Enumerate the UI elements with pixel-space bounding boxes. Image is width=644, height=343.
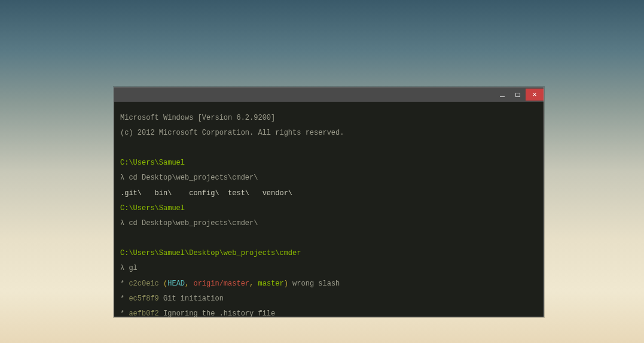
commit-msg: wrong slash — [288, 280, 340, 288]
prompt-symbol: λ — [120, 174, 129, 182]
commit-hash: ec5f8f9 — [129, 295, 158, 303]
command-text: cd Desktop\web_projects\cmder\ — [129, 174, 258, 182]
commit-row: * aefb0f2 Ignoring the .history file — [120, 310, 538, 317]
prompt-path: C:\Users\Samuel\Desktop\web_projects\cmd… — [120, 249, 301, 257]
directory-listing: .git\ bin\ config\ test\ vendor\ — [120, 189, 292, 198]
command-text: cd Desktop\web_projects\cmder\ — [129, 219, 258, 227]
commit-hash: aefb0f2 — [129, 309, 158, 317]
titlebar[interactable]: ✕ — [114, 87, 544, 102]
commit-hash: c2c0e1c — [129, 280, 158, 288]
close-icon: ✕ — [533, 92, 537, 98]
maximize-icon — [515, 93, 520, 97]
header-line: Microsoft Windows [Version 6.2.9200] — [120, 114, 275, 122]
terminal-body[interactable]: Microsoft Windows [Version 6.2.9200] (c)… — [114, 102, 544, 317]
command-text: gl — [129, 264, 137, 272]
prompt-path: C:\Users\Samuel — [120, 159, 185, 167]
copyright-line: (c) 2012 Microsoft Corporation. All righ… — [120, 129, 344, 137]
minimize-button[interactable] — [495, 89, 510, 101]
maximize-button[interactable] — [510, 89, 526, 101]
commit-row: * c2c0e1c (HEAD, origin/master, master) … — [120, 280, 538, 288]
ref-head: HEAD — [167, 280, 185, 288]
ref-master: master — [258, 280, 283, 288]
commit-msg: Ignoring the .history file — [159, 309, 275, 317]
prompt-path: C:\Users\Samuel — [120, 204, 185, 213]
ref-origin: origin/master — [193, 280, 249, 288]
prompt-symbol: λ — [120, 264, 129, 272]
prompt-symbol: λ — [120, 219, 129, 227]
close-button[interactable]: ✕ — [526, 89, 544, 101]
commit-msg: Git initiation — [159, 295, 224, 303]
minimize-icon — [500, 96, 505, 97]
commit-row: * ec5f8f9 Git initiation — [120, 295, 538, 303]
terminal-window: ✕ Microsoft Windows [Version 6.2.9200] (… — [114, 87, 544, 317]
